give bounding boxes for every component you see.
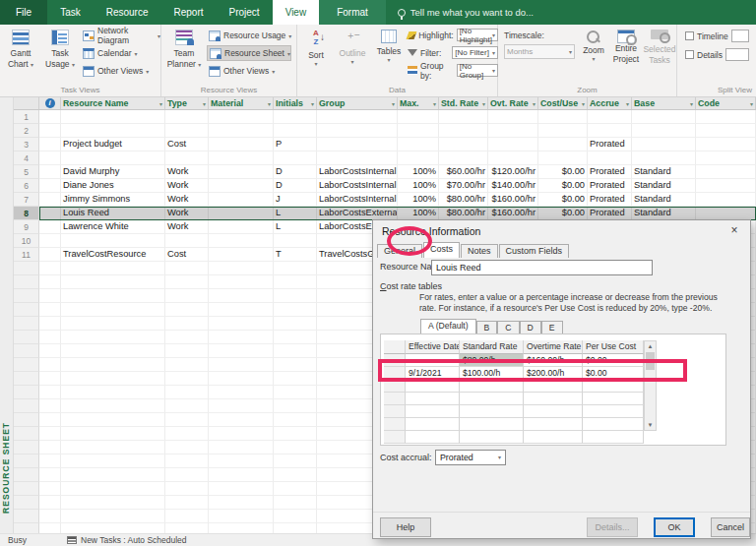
- cell-cost_use[interactable]: [538, 138, 588, 152]
- new-tasks-mode[interactable]: New Tasks : Auto Scheduled: [81, 535, 187, 545]
- rate-cell[interactable]: [460, 393, 524, 405]
- cell-type[interactable]: [165, 152, 209, 165]
- cell-accrue[interactable]: [588, 152, 632, 165]
- cell-name[interactable]: [61, 510, 165, 523]
- cell-initials[interactable]: [274, 344, 317, 358]
- cell-name[interactable]: [61, 303, 165, 317]
- cell-material[interactable]: [209, 399, 274, 413]
- cell-name[interactable]: [61, 317, 165, 331]
- cell-base[interactable]: Standard: [632, 165, 696, 179]
- cell-name[interactable]: [61, 289, 165, 303]
- timescale-dropdown[interactable]: Months▾: [504, 44, 575, 59]
- rate-cell[interactable]: $100.00/h: [460, 367, 524, 380]
- filter-arrow-icon[interactable]: ▾: [311, 100, 314, 107]
- rate-cell[interactable]: [406, 431, 460, 444]
- tab-report[interactable]: Report: [161, 0, 217, 25]
- cell-type[interactable]: [165, 289, 209, 303]
- filter-dropdown[interactable]: [No Filter]▾: [452, 46, 498, 59]
- sheet-row[interactable]: 8Louis ReedWorkLLaborCostsExternal100%$8…: [14, 207, 756, 220]
- cell-name[interactable]: [61, 152, 165, 165]
- cell-name[interactable]: [61, 372, 165, 386]
- cell-name[interactable]: [61, 358, 165, 372]
- cell-initials[interactable]: L: [274, 220, 317, 234]
- cell-material[interactable]: [209, 482, 274, 496]
- cost-accrual-dropdown[interactable]: Prorated▾: [435, 450, 506, 465]
- row-number[interactable]: [14, 496, 39, 510]
- cell-initials[interactable]: [274, 152, 317, 165]
- resource-name-input[interactable]: Louis Reed: [431, 260, 653, 275]
- rate-cell[interactable]: [460, 380, 524, 393]
- row-number[interactable]: [14, 413, 39, 427]
- cell-material[interactable]: [209, 110, 274, 124]
- rate-row[interactable]: [384, 393, 644, 405]
- cell-code[interactable]: [696, 179, 756, 193]
- gantt-chart-button[interactable]: Gantt Chart ▾: [2, 27, 39, 84]
- rate-row[interactable]: [384, 431, 644, 444]
- sheet-row[interactable]: 7Jimmy SimmonsWorkJLaborCostsInternal100…: [14, 193, 756, 207]
- cell-ovt[interactable]: [488, 152, 538, 165]
- cell-material[interactable]: [209, 413, 274, 427]
- cell-material[interactable]: [209, 289, 274, 303]
- cell-material[interactable]: [209, 455, 274, 468]
- cell-group[interactable]: LaborCostsInternal: [317, 193, 398, 207]
- cell-max[interactable]: [398, 138, 439, 152]
- cell-name[interactable]: Louis Reed: [61, 207, 165, 220]
- rate-tab-d[interactable]: D: [520, 321, 541, 334]
- cell-type[interactable]: [165, 234, 209, 248]
- filter-arrow-icon[interactable]: ▾: [626, 100, 629, 107]
- cell-name[interactable]: Jimmy Simmons: [61, 193, 165, 207]
- cell-cost_use[interactable]: $0.00: [538, 179, 588, 193]
- cell-material[interactable]: [209, 441, 274, 455]
- cell-max[interactable]: 100%: [398, 179, 439, 193]
- dialog-close-icon[interactable]: ×: [726, 223, 742, 237]
- row-number[interactable]: 6: [14, 179, 39, 193]
- dialog-tab-costs[interactable]: Costs: [423, 242, 460, 258]
- header-group[interactable]: Group▾: [317, 97, 398, 109]
- rate-cell[interactable]: $160.00/h: [524, 354, 583, 367]
- cell-ovt[interactable]: $160.00/hr: [488, 193, 538, 207]
- rate-cell[interactable]: [460, 431, 524, 444]
- sheet-row[interactable]: 1: [14, 110, 756, 124]
- cell-code[interactable]: [696, 207, 756, 220]
- tab-project[interactable]: Project: [217, 0, 273, 25]
- cell-type[interactable]: [165, 399, 209, 413]
- cell-material[interactable]: [209, 468, 274, 482]
- cell-type[interactable]: Cost: [165, 138, 209, 152]
- cell-accrue[interactable]: Prorated: [588, 193, 632, 207]
- cell-type[interactable]: Work: [165, 207, 209, 220]
- rate-cell[interactable]: [524, 431, 583, 444]
- sheet-row[interactable]: 4: [14, 152, 756, 165]
- cell-initials[interactable]: [274, 234, 317, 248]
- header-row-number[interactable]: [14, 97, 39, 109]
- cell-initials[interactable]: [274, 289, 317, 303]
- rate-tab-c[interactable]: C: [497, 321, 519, 334]
- header-std[interactable]: Std. Rate▾: [439, 97, 488, 109]
- tab-format[interactable]: Format: [319, 0, 386, 25]
- cell-type[interactable]: [165, 441, 209, 455]
- rate-cell[interactable]: [524, 418, 583, 431]
- header-base[interactable]: Base▾: [632, 97, 696, 109]
- cell-base[interactable]: Standard: [632, 193, 696, 207]
- tab-task[interactable]: Task: [47, 0, 94, 25]
- calendar-button[interactable]: Calendar▾: [81, 45, 138, 61]
- cell-initials[interactable]: [274, 523, 317, 533]
- cell-type[interactable]: [165, 496, 209, 510]
- header-accrue[interactable]: Accrue▾: [588, 97, 632, 109]
- filter-arrow-icon[interactable]: ▾: [533, 100, 536, 107]
- cell-std[interactable]: $80.00/hr: [439, 207, 488, 220]
- rate-cell[interactable]: [460, 418, 524, 431]
- timeline-checkbox[interactable]: [685, 31, 694, 40]
- cell-base[interactable]: [632, 138, 696, 152]
- cell-initials[interactable]: D: [274, 179, 317, 193]
- sheet-row[interactable]: 3Project budgetCostPProrated: [14, 138, 756, 152]
- row-number[interactable]: [14, 275, 39, 289]
- row-number[interactable]: [14, 344, 39, 358]
- cell-std[interactable]: $80.00/hr: [439, 193, 488, 207]
- cell-material[interactable]: [209, 152, 274, 165]
- rate-tab-e[interactable]: E: [541, 321, 563, 334]
- row-number[interactable]: [14, 455, 39, 468]
- row-number[interactable]: 3: [14, 138, 39, 152]
- rate-cell[interactable]: $80.00/h: [460, 354, 524, 367]
- cell-group[interactable]: LaborCostsInternal: [317, 179, 398, 193]
- tell-me-box[interactable]: Tell me what you want to do...: [386, 0, 534, 25]
